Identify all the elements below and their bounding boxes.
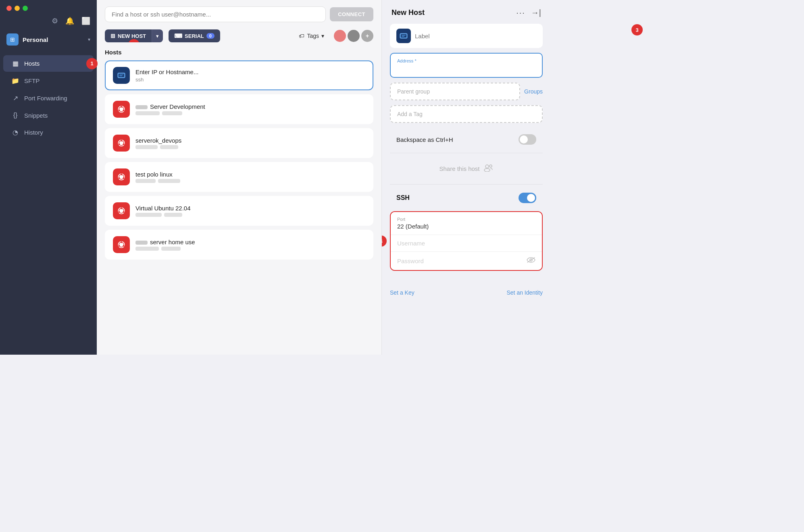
divider-1 xyxy=(390,153,543,153)
host-address-blur-3 xyxy=(135,145,158,149)
svg-point-17 xyxy=(123,177,125,179)
host-info-2: test polo linux xyxy=(135,171,365,183)
host-address-blur-4 xyxy=(160,145,178,149)
parent-group-field[interactable]: Parent group xyxy=(390,83,520,100)
label-section xyxy=(390,24,543,48)
svg-rect-3 xyxy=(119,76,122,77)
ssh-fields-wrapper: Port 22 (Default) Username Password xyxy=(390,211,543,271)
sidebar-top xyxy=(0,0,97,17)
new-host-button-group: ⊞ NEW HOST ▾ 2 xyxy=(105,29,163,42)
avatar-1 xyxy=(334,30,346,42)
address-label: Address * xyxy=(397,58,535,63)
sidebar-item-history-label: History xyxy=(24,129,43,136)
sidebar-item-hosts[interactable]: ▦ Hosts 1 xyxy=(3,55,94,72)
set-identity-link[interactable]: Set an Identity xyxy=(506,289,543,296)
search-input[interactable] xyxy=(105,6,326,22)
host-info-3: Virtual Ubuntu 22.04 xyxy=(135,205,365,217)
ssh-toggle[interactable] xyxy=(519,193,536,203)
new-host-protocol-label: ssh xyxy=(135,77,144,83)
eye-slash-icon[interactable] xyxy=(527,257,535,265)
share-users-icon xyxy=(484,164,494,174)
port-forwarding-icon: ↗ xyxy=(11,94,19,102)
svg-rect-2 xyxy=(119,75,123,75)
ssh-password-field[interactable]: Password xyxy=(391,252,542,270)
svg-point-21 xyxy=(121,208,122,209)
backspace-toggle[interactable] xyxy=(519,134,536,145)
svg-point-34 xyxy=(484,168,490,172)
sidebar-item-port-forwarding[interactable]: ↗ Port Forwarding xyxy=(3,90,94,106)
parent-group-placeholder: Parent group xyxy=(397,88,430,95)
sidebar-item-history[interactable]: ◔ History xyxy=(3,124,94,141)
svg-rect-30 xyxy=(401,34,406,37)
list-item[interactable]: Server Development xyxy=(105,94,373,124)
list-item[interactable]: test polo linux xyxy=(105,162,373,192)
port-label: Port xyxy=(397,217,535,222)
sidebar-item-hosts-label: Hosts xyxy=(24,60,40,67)
account-switcher[interactable]: ⊞ Personal ▾ xyxy=(0,29,97,53)
new-host-info: Enter IP or Hostname... ssh xyxy=(135,69,365,83)
share-label: Share this host xyxy=(439,165,479,172)
serial-button[interactable]: ⌨ SERIAL 0 xyxy=(169,29,220,42)
account-name: Personal xyxy=(23,36,48,43)
sidebar-nav: ▦ Hosts 1 📁 SFTP ↗ Port Forwarding {} Sn… xyxy=(0,53,97,355)
share-section[interactable]: Share this host xyxy=(390,156,543,181)
host-address-blur-10 xyxy=(161,247,181,251)
sftp-icon: 📁 xyxy=(11,77,19,85)
tags-label: Tags xyxy=(307,33,319,39)
new-host-button[interactable]: ⊞ NEW HOST xyxy=(105,29,152,42)
host-icon-3 xyxy=(113,202,130,219)
sidebar-item-snippets[interactable]: {} Snippets xyxy=(3,107,94,123)
host-address-3 xyxy=(135,213,365,217)
ssh-port-field[interactable]: Port 22 (Default) xyxy=(391,212,542,235)
host-icon-4 xyxy=(113,236,130,253)
host-name-0: Server Development xyxy=(135,103,365,110)
tags-button[interactable]: 🏷 Tags ▾ xyxy=(293,29,330,42)
svg-point-35 xyxy=(489,165,492,167)
serial-icon: ⌨ xyxy=(174,33,182,39)
new-host-card-icon xyxy=(113,67,130,84)
svg-point-8 xyxy=(119,110,120,111)
right-panel-actions: ··· →| xyxy=(516,8,541,17)
new-host-dropdown-button[interactable]: ▾ xyxy=(152,29,163,42)
host-name-2: test polo linux xyxy=(135,171,365,178)
connect-button[interactable]: CONNECT xyxy=(330,7,373,21)
close-button[interactable] xyxy=(6,6,12,11)
set-key-link[interactable]: Set a Key xyxy=(390,289,414,296)
ssh-section: SSH xyxy=(390,188,543,208)
more-options-icon[interactable]: ··· xyxy=(516,8,525,17)
right-panel: New Host ··· →| 3 Address * xyxy=(381,0,551,355)
svg-point-18 xyxy=(119,177,120,179)
toggle-knob xyxy=(520,135,528,143)
address-input[interactable] xyxy=(397,65,535,72)
host-info-4: server home use xyxy=(135,239,365,251)
new-host-card[interactable]: Enter IP or Hostname... ssh xyxy=(105,60,373,90)
search-bar: CONNECT xyxy=(97,0,381,26)
hosts-icon: ▦ xyxy=(11,60,19,67)
svg-point-28 xyxy=(119,245,120,247)
svg-point-16 xyxy=(121,174,122,175)
sidebar-top-icons: ⚙ 🔔 ⬜ xyxy=(0,17,97,29)
ssh-username-field[interactable]: Username xyxy=(391,235,542,252)
avatar-plus-button[interactable]: + xyxy=(361,30,373,42)
host-icon-1 xyxy=(113,135,130,152)
minimize-button[interactable] xyxy=(15,6,20,11)
tag-section[interactable]: Add a Tag xyxy=(390,105,543,123)
label-input[interactable] xyxy=(415,33,536,39)
list-item[interactable]: Virtual Ubuntu 22.04 xyxy=(105,196,373,226)
list-item[interactable]: server home use xyxy=(105,230,373,260)
new-host-protocol: ssh xyxy=(135,77,365,83)
host-address-blur-1 xyxy=(135,111,160,115)
gear-icon[interactable]: ⚙ xyxy=(52,17,58,25)
bell-icon[interactable]: 🔔 xyxy=(65,17,74,25)
enter-icon[interactable]: →| xyxy=(531,8,541,17)
svg-point-13 xyxy=(119,143,120,145)
terminal-icon[interactable]: ⬜ xyxy=(81,17,90,25)
sidebar-item-sftp[interactable]: 📁 SFTP xyxy=(3,73,94,89)
groups-link[interactable]: Groups xyxy=(524,88,543,95)
svg-point-33 xyxy=(485,165,489,168)
host-address-0 xyxy=(135,111,365,115)
list-item[interactable]: serverok_devops xyxy=(105,128,373,158)
port-value: 22 (Default) xyxy=(397,223,535,230)
svg-point-27 xyxy=(123,245,125,247)
maximize-button[interactable] xyxy=(23,6,28,11)
